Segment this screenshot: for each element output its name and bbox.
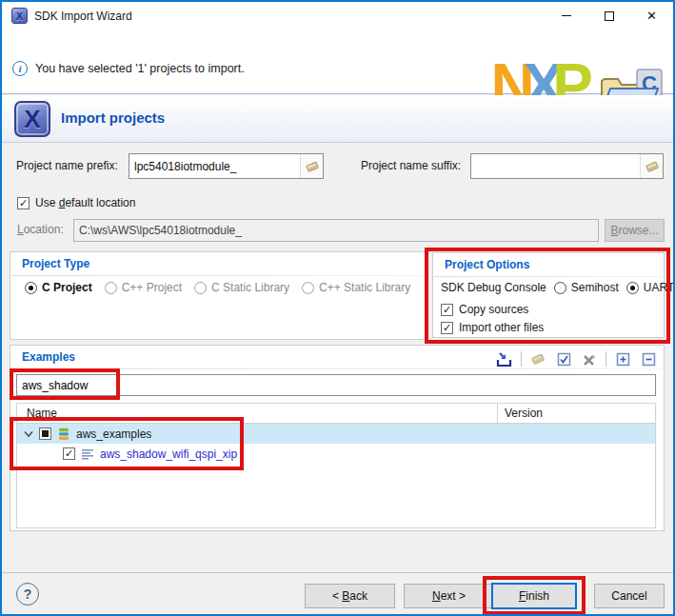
deselect-all-icon [582,352,597,367]
tree-label-link: aws_shadow_wifi_qspi_xip [100,447,237,461]
minimize-button[interactable] [545,2,587,30]
location-input [74,224,598,237]
import-other-files-checkbox[interactable]: Import other files [441,321,544,334]
checkbox-icon [441,322,453,334]
suffix-label: Project name suffix: [361,159,461,172]
collapse-all-icon [642,352,656,367]
clear-prefix-button[interactable] [300,154,323,178]
clear-suffix-button[interactable] [640,154,663,178]
radio-c-project[interactable]: C Project [25,281,92,294]
collapse-all-button[interactable] [639,350,658,368]
expand-all-icon [616,352,630,367]
radio-icon [626,282,639,294]
browse-button: Browse... [605,219,665,242]
radio-c-static-library: C Static Library [194,281,289,294]
examples-toolbar [495,349,658,368]
back-button[interactable]: < Back [305,584,395,608]
radio-icon [554,282,566,294]
radio-icon [302,282,314,294]
radio-cpp-project: C++ Project [105,281,182,294]
use-default-location-checkbox[interactable]: Use default location [17,196,135,209]
toolbar-separator [606,351,606,367]
project-type-title: Project Type [22,257,89,270]
suffix-input[interactable] [471,160,640,173]
tree-row-aws-shadow[interactable]: aws_shadow_wifi_qspi_xip [17,444,655,464]
radio-icon [194,282,207,294]
select-all-button[interactable] [554,350,573,368]
divider [434,276,663,277]
radio-semihost[interactable]: Semihost [554,281,619,294]
sdk-debug-console-label: SDK Debug Console [441,281,546,294]
location-field-wrap [73,219,599,242]
copy-sources-checkbox[interactable]: Copy sources [441,303,528,316]
project-options-group: Project Options SDK Debug Console Semiho… [432,252,665,338]
help-button[interactable]: ? [16,583,39,606]
prefix-label: Project name prefix: [16,159,118,172]
examples-group: Examples [10,345,665,531]
checkbox-icon [441,304,453,316]
clear-filter-button[interactable] [528,350,547,368]
maximize-button[interactable] [587,2,630,30]
prefix-input[interactable] [129,160,300,173]
import-archive-button[interactable] [495,350,514,368]
tree-label: aws_examples [76,427,151,441]
prefix-field-wrap [129,153,324,179]
column-version[interactable]: Version [505,407,543,420]
examples-search-wrap [16,374,656,396]
eraser-icon [645,160,660,173]
project-options-title: Project Options [445,258,529,271]
examples-title: Examples [22,350,75,364]
info-icon: i [12,61,28,76]
next-button[interactable]: Next > [404,584,494,608]
deselect-all-button[interactable] [580,350,599,368]
project-type-group: Project Type C Project C++ Project C Sta… [10,251,428,340]
item-checkbox[interactable] [63,447,75,460]
status-message: You have selected '1' projects to import… [35,62,245,75]
mcuxpresso-app-icon: X [11,8,28,24]
divider [11,368,663,369]
table-header: Name Version [17,404,655,424]
location-label: Location: [17,223,64,236]
checkbox-icon [17,197,30,209]
radio-uart[interactable]: UART [626,281,674,294]
window-title: SDK Import Wizard [34,10,132,23]
tristate-checkbox[interactable] [39,427,51,440]
examples-table: Name Version aws_examples [16,403,656,528]
toolbar-separator [521,351,522,367]
example-lines-icon [81,447,94,461]
suffix-field-wrap [470,153,664,179]
use-default-location-label: Use default location [35,196,135,209]
column-divider[interactable] [497,404,498,423]
sdk-import-wizard-window: X SDK Import Wizard ✕ i You have selecte… [0,0,675,616]
banner: i You have selected '1' projects to impo… [2,30,673,94]
divider [11,275,427,276]
wizard-header: X Import projects [2,95,673,143]
page-title: Import projects [61,109,165,126]
radio-icon [25,282,37,294]
maximize-icon [605,11,614,21]
minimize-icon [562,15,571,16]
mcuxpresso-page-icon: X [14,101,50,137]
finish-button[interactable]: Finish [491,583,577,609]
radio-cpp-static-library: C++ Static Library [302,281,410,294]
radio-icon [105,282,117,294]
import-icon [496,351,513,368]
titlebar: X SDK Import Wizard ✕ [2,2,673,30]
category-icon [57,427,70,441]
footer-divider [2,572,673,573]
close-button[interactable]: ✕ [630,2,673,30]
select-all-icon [557,352,571,367]
chevron-down-icon[interactable] [24,429,33,439]
expand-all-button[interactable] [613,350,632,368]
tree-row-aws-examples[interactable]: aws_examples [17,424,655,444]
eraser-icon [305,160,320,173]
cancel-button[interactable]: Cancel [594,584,665,608]
eraser-icon [530,352,546,366]
examples-search-input[interactable] [17,379,655,392]
column-name[interactable]: Name [17,407,57,420]
